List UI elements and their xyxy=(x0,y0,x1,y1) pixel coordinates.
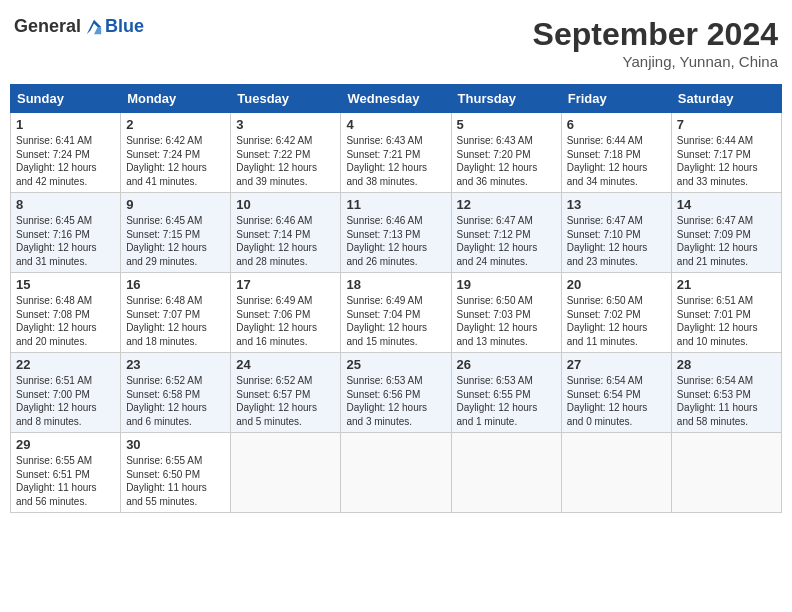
calendar-cell xyxy=(561,433,671,513)
day-number: 8 xyxy=(16,197,115,212)
day-number: 4 xyxy=(346,117,445,132)
day-header-thursday: Thursday xyxy=(451,85,561,113)
day-number: 29 xyxy=(16,437,115,452)
day-info: Sunrise: 6:55 AMSunset: 6:50 PMDaylight:… xyxy=(126,454,225,508)
page-header: General Blue September 2024 Yanjing, Yun… xyxy=(10,10,782,76)
calendar-cell: 4Sunrise: 6:43 AMSunset: 7:21 PMDaylight… xyxy=(341,113,451,193)
day-info: Sunrise: 6:47 AMSunset: 7:10 PMDaylight:… xyxy=(567,214,666,268)
day-number: 16 xyxy=(126,277,225,292)
day-info: Sunrise: 6:42 AMSunset: 7:24 PMDaylight:… xyxy=(126,134,225,188)
day-number: 5 xyxy=(457,117,556,132)
day-number: 26 xyxy=(457,357,556,372)
calendar-cell: 29Sunrise: 6:55 AMSunset: 6:51 PMDayligh… xyxy=(11,433,121,513)
day-header-wednesday: Wednesday xyxy=(341,85,451,113)
day-number: 30 xyxy=(126,437,225,452)
day-info: Sunrise: 6:47 AMSunset: 7:09 PMDaylight:… xyxy=(677,214,776,268)
calendar-cell: 15Sunrise: 6:48 AMSunset: 7:08 PMDayligh… xyxy=(11,273,121,353)
calendar-cell: 17Sunrise: 6:49 AMSunset: 7:06 PMDayligh… xyxy=(231,273,341,353)
calendar-cell: 12Sunrise: 6:47 AMSunset: 7:12 PMDayligh… xyxy=(451,193,561,273)
day-number: 9 xyxy=(126,197,225,212)
day-number: 21 xyxy=(677,277,776,292)
calendar-week-row: 8Sunrise: 6:45 AMSunset: 7:16 PMDaylight… xyxy=(11,193,782,273)
calendar-cell: 30Sunrise: 6:55 AMSunset: 6:50 PMDayligh… xyxy=(121,433,231,513)
day-number: 15 xyxy=(16,277,115,292)
day-info: Sunrise: 6:52 AMSunset: 6:57 PMDaylight:… xyxy=(236,374,335,428)
calendar-cell: 24Sunrise: 6:52 AMSunset: 6:57 PMDayligh… xyxy=(231,353,341,433)
calendar-cell: 21Sunrise: 6:51 AMSunset: 7:01 PMDayligh… xyxy=(671,273,781,353)
day-header-tuesday: Tuesday xyxy=(231,85,341,113)
day-info: Sunrise: 6:48 AMSunset: 7:07 PMDaylight:… xyxy=(126,294,225,348)
calendar-cell: 16Sunrise: 6:48 AMSunset: 7:07 PMDayligh… xyxy=(121,273,231,353)
day-header-friday: Friday xyxy=(561,85,671,113)
logo-icon xyxy=(85,18,103,36)
day-number: 17 xyxy=(236,277,335,292)
day-info: Sunrise: 6:53 AMSunset: 6:56 PMDaylight:… xyxy=(346,374,445,428)
day-number: 11 xyxy=(346,197,445,212)
day-number: 6 xyxy=(567,117,666,132)
day-info: Sunrise: 6:42 AMSunset: 7:22 PMDaylight:… xyxy=(236,134,335,188)
location-text: Yanjing, Yunnan, China xyxy=(533,53,778,70)
day-number: 25 xyxy=(346,357,445,372)
calendar-cell: 1Sunrise: 6:41 AMSunset: 7:24 PMDaylight… xyxy=(11,113,121,193)
calendar-cell xyxy=(451,433,561,513)
calendar-cell: 27Sunrise: 6:54 AMSunset: 6:54 PMDayligh… xyxy=(561,353,671,433)
calendar-week-row: 1Sunrise: 6:41 AMSunset: 7:24 PMDaylight… xyxy=(11,113,782,193)
calendar-header-row: SundayMondayTuesdayWednesdayThursdayFrid… xyxy=(11,85,782,113)
day-info: Sunrise: 6:45 AMSunset: 7:16 PMDaylight:… xyxy=(16,214,115,268)
day-number: 18 xyxy=(346,277,445,292)
day-number: 14 xyxy=(677,197,776,212)
day-number: 22 xyxy=(16,357,115,372)
calendar-cell: 22Sunrise: 6:51 AMSunset: 7:00 PMDayligh… xyxy=(11,353,121,433)
calendar-cell: 6Sunrise: 6:44 AMSunset: 7:18 PMDaylight… xyxy=(561,113,671,193)
calendar-cell: 10Sunrise: 6:46 AMSunset: 7:14 PMDayligh… xyxy=(231,193,341,273)
title-section: September 2024 Yanjing, Yunnan, China xyxy=(533,16,778,70)
day-header-monday: Monday xyxy=(121,85,231,113)
day-info: Sunrise: 6:49 AMSunset: 7:06 PMDaylight:… xyxy=(236,294,335,348)
day-info: Sunrise: 6:55 AMSunset: 6:51 PMDaylight:… xyxy=(16,454,115,508)
day-info: Sunrise: 6:44 AMSunset: 7:18 PMDaylight:… xyxy=(567,134,666,188)
svg-marker-1 xyxy=(94,27,101,34)
calendar-cell xyxy=(231,433,341,513)
calendar-cell xyxy=(341,433,451,513)
day-number: 10 xyxy=(236,197,335,212)
day-header-saturday: Saturday xyxy=(671,85,781,113)
day-number: 3 xyxy=(236,117,335,132)
day-info: Sunrise: 6:49 AMSunset: 7:04 PMDaylight:… xyxy=(346,294,445,348)
calendar-cell: 13Sunrise: 6:47 AMSunset: 7:10 PMDayligh… xyxy=(561,193,671,273)
calendar-table: SundayMondayTuesdayWednesdayThursdayFrid… xyxy=(10,84,782,513)
day-number: 24 xyxy=(236,357,335,372)
calendar-cell: 7Sunrise: 6:44 AMSunset: 7:17 PMDaylight… xyxy=(671,113,781,193)
day-number: 23 xyxy=(126,357,225,372)
day-number: 7 xyxy=(677,117,776,132)
calendar-cell: 28Sunrise: 6:54 AMSunset: 6:53 PMDayligh… xyxy=(671,353,781,433)
day-number: 1 xyxy=(16,117,115,132)
calendar-cell: 20Sunrise: 6:50 AMSunset: 7:02 PMDayligh… xyxy=(561,273,671,353)
calendar-cell: 11Sunrise: 6:46 AMSunset: 7:13 PMDayligh… xyxy=(341,193,451,273)
calendar-week-row: 15Sunrise: 6:48 AMSunset: 7:08 PMDayligh… xyxy=(11,273,782,353)
calendar-cell xyxy=(671,433,781,513)
calendar-cell: 2Sunrise: 6:42 AMSunset: 7:24 PMDaylight… xyxy=(121,113,231,193)
day-info: Sunrise: 6:47 AMSunset: 7:12 PMDaylight:… xyxy=(457,214,556,268)
calendar-cell: 19Sunrise: 6:50 AMSunset: 7:03 PMDayligh… xyxy=(451,273,561,353)
day-info: Sunrise: 6:46 AMSunset: 7:13 PMDaylight:… xyxy=(346,214,445,268)
month-year-title: September 2024 xyxy=(533,16,778,53)
day-info: Sunrise: 6:45 AMSunset: 7:15 PMDaylight:… xyxy=(126,214,225,268)
day-number: 19 xyxy=(457,277,556,292)
day-info: Sunrise: 6:52 AMSunset: 6:58 PMDaylight:… xyxy=(126,374,225,428)
day-number: 12 xyxy=(457,197,556,212)
logo-general-text: General xyxy=(14,16,81,37)
day-info: Sunrise: 6:43 AMSunset: 7:21 PMDaylight:… xyxy=(346,134,445,188)
day-number: 27 xyxy=(567,357,666,372)
day-info: Sunrise: 6:46 AMSunset: 7:14 PMDaylight:… xyxy=(236,214,335,268)
day-info: Sunrise: 6:41 AMSunset: 7:24 PMDaylight:… xyxy=(16,134,115,188)
day-number: 20 xyxy=(567,277,666,292)
calendar-cell: 5Sunrise: 6:43 AMSunset: 7:20 PMDaylight… xyxy=(451,113,561,193)
day-info: Sunrise: 6:50 AMSunset: 7:03 PMDaylight:… xyxy=(457,294,556,348)
calendar-cell: 25Sunrise: 6:53 AMSunset: 6:56 PMDayligh… xyxy=(341,353,451,433)
calendar-week-row: 29Sunrise: 6:55 AMSunset: 6:51 PMDayligh… xyxy=(11,433,782,513)
day-number: 28 xyxy=(677,357,776,372)
day-number: 2 xyxy=(126,117,225,132)
day-info: Sunrise: 6:53 AMSunset: 6:55 PMDaylight:… xyxy=(457,374,556,428)
day-header-sunday: Sunday xyxy=(11,85,121,113)
calendar-cell: 23Sunrise: 6:52 AMSunset: 6:58 PMDayligh… xyxy=(121,353,231,433)
